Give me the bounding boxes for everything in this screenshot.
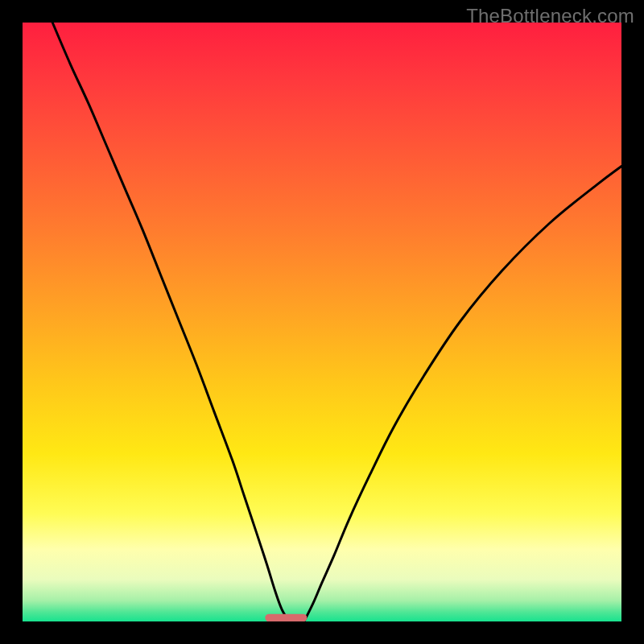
marker-pill bbox=[265, 614, 307, 621]
outer-frame: TheBottleneck.com bbox=[0, 0, 644, 644]
gradient-background bbox=[23, 23, 621, 621]
plot-area bbox=[23, 23, 621, 621]
bottleneck-marker bbox=[265, 614, 307, 621]
chart-svg bbox=[23, 23, 621, 621]
